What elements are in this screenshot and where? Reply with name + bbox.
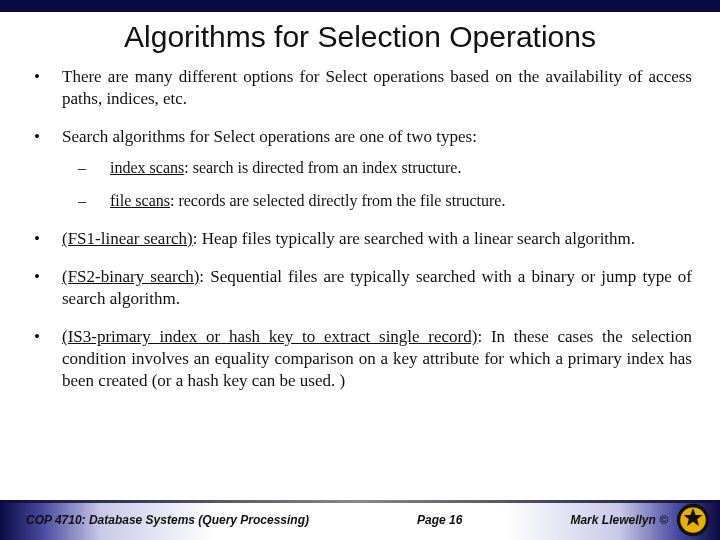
footer-divider xyxy=(0,500,720,503)
bullet-list: There are many different options for Sel… xyxy=(28,66,692,392)
slide-content: There are many different options for Sel… xyxy=(0,66,720,540)
sub-bullet-rest: : records are selected directly from the… xyxy=(170,192,505,209)
sub-bullet-underline: index scans xyxy=(110,159,184,176)
bullet-item: (IS3-primary index or hash key to extrac… xyxy=(28,326,692,392)
bullet-underline: (FS1-linear search) xyxy=(62,229,193,248)
bullet-item: (FS2-binary search): Sequential files ar… xyxy=(28,266,692,310)
bullet-text: Search algorithms for Select operations … xyxy=(62,127,477,146)
bullet-rest: : Heap files typically are searched with… xyxy=(193,229,635,248)
bullet-item: There are many different options for Sel… xyxy=(28,66,692,110)
sub-bullet-underline: file scans xyxy=(110,192,170,209)
footer-page: Page 16 xyxy=(417,513,462,527)
bullet-item: (FS1-linear search): Heap files typicall… xyxy=(28,228,692,250)
slide: Algorithms for Selection Operations Ther… xyxy=(0,0,720,540)
sub-bullet-item: file scans: records are selected directl… xyxy=(62,191,692,212)
slide-title: Algorithms for Selection Operations xyxy=(20,20,700,54)
bullet-underline: (FS2-binary search) xyxy=(62,267,199,286)
sub-bullet-list: index scans: search is directed from an … xyxy=(62,158,692,212)
bullet-underline: (IS3-primary index or hash key to extrac… xyxy=(62,327,477,346)
sub-bullet-item: index scans: search is directed from an … xyxy=(62,158,692,179)
ucf-logo-icon xyxy=(676,503,710,537)
bullet-text: There are many different options for Sel… xyxy=(62,67,692,108)
footer-course: COP 4710: Database Systems (Query Proces… xyxy=(26,513,309,527)
footer-author: Mark Llewellyn © xyxy=(570,513,668,527)
bullet-item: Search algorithms for Select operations … xyxy=(28,126,692,212)
sub-bullet-rest: : search is directed from an index struc… xyxy=(184,159,461,176)
footer: COP 4710: Database Systems (Query Proces… xyxy=(0,500,720,540)
